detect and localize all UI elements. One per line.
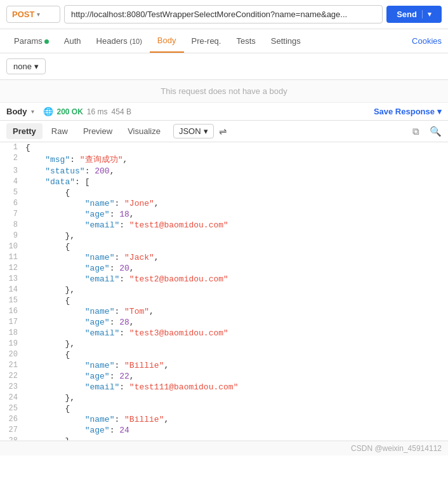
line-number: 7 bbox=[0, 209, 23, 220]
send-label: Send bbox=[397, 10, 417, 19]
line-number: 2 bbox=[0, 153, 23, 166]
line-number: 19 bbox=[0, 339, 23, 349]
line-code: "age": 22, bbox=[23, 371, 448, 382]
line-code: { bbox=[23, 349, 448, 360]
save-response-button[interactable]: Save Response ▾ bbox=[374, 107, 442, 116]
tab-tests[interactable]: Tests bbox=[228, 30, 263, 52]
line-number: 3 bbox=[0, 166, 23, 177]
request-tabs: Params Auth Headers (10) Body Pre-req. T… bbox=[0, 29, 448, 53]
line-number: 15 bbox=[0, 295, 23, 306]
table-row: 18 "email": "test3@baomidou.com" bbox=[0, 328, 448, 339]
response-status: 200 OK bbox=[57, 107, 83, 116]
line-number: 27 bbox=[0, 425, 23, 436]
line-code: "name": "Tom", bbox=[23, 306, 448, 317]
table-row: 20 { bbox=[0, 349, 448, 360]
table-row: 5 { bbox=[0, 187, 448, 198]
line-code: }, bbox=[23, 285, 448, 295]
line-number: 28 bbox=[0, 436, 23, 441]
line-code: { bbox=[23, 241, 448, 252]
line-number: 22 bbox=[0, 371, 23, 382]
response-time: 16 ms bbox=[87, 107, 108, 116]
code-area[interactable]: 1{2 "msg": "查询成功",3 "status": 200,4 "dat… bbox=[0, 142, 448, 441]
line-code: "name": "Jone", bbox=[23, 198, 448, 209]
line-code: "age": 20, bbox=[23, 263, 448, 274]
line-code: "age": 28, bbox=[23, 317, 448, 328]
cookies-link[interactable]: Cookies bbox=[412, 30, 442, 52]
line-number: 20 bbox=[0, 349, 23, 360]
fmt-tab-preview[interactable]: Preview bbox=[77, 123, 119, 139]
table-row: 16 "name": "Tom", bbox=[0, 306, 448, 317]
table-row: 25 { bbox=[0, 403, 448, 414]
line-code: }, bbox=[23, 231, 448, 241]
code-table: 1{2 "msg": "查询成功",3 "status": 200,4 "dat… bbox=[0, 142, 448, 441]
line-code: { bbox=[23, 295, 448, 306]
line-code: "name": "Billie", bbox=[23, 360, 448, 371]
line-number: 5 bbox=[0, 187, 23, 198]
table-row: 26 "name": "Billie", bbox=[0, 414, 448, 425]
params-dot bbox=[44, 39, 49, 44]
fmt-tab-pretty[interactable]: Pretty bbox=[6, 123, 43, 139]
table-row: 11 "name": "Jack", bbox=[0, 252, 448, 263]
tab-body[interactable]: Body bbox=[150, 29, 184, 53]
table-row: 23 "email": "test111@baomidou.com" bbox=[0, 382, 448, 393]
search-icon[interactable]: 🔍 bbox=[430, 126, 442, 137]
table-row: 19 }, bbox=[0, 339, 448, 349]
table-row: 1{ bbox=[0, 142, 448, 153]
tab-params[interactable]: Params bbox=[6, 30, 56, 52]
fmt-tab-raw[interactable]: Raw bbox=[45, 123, 74, 139]
line-code: }, bbox=[23, 339, 448, 349]
table-row: 17 "age": 28, bbox=[0, 317, 448, 328]
json-format-chevron-icon: ▾ bbox=[204, 126, 208, 136]
tab-settings[interactable]: Settings bbox=[263, 30, 308, 52]
wrap-icon[interactable]: ⇌ bbox=[219, 126, 227, 137]
line-number: 8 bbox=[0, 220, 23, 231]
send-button[interactable]: Send ▾ bbox=[386, 6, 442, 23]
line-number: 17 bbox=[0, 317, 23, 328]
json-format-select[interactable]: JSON ▾ bbox=[173, 124, 214, 138]
line-number: 4 bbox=[0, 177, 23, 187]
line-code: { bbox=[23, 187, 448, 198]
method-select[interactable]: POST ▾ bbox=[6, 6, 60, 23]
save-response-chevron-icon: ▾ bbox=[437, 107, 442, 116]
table-row: 7 "age": 18, bbox=[0, 209, 448, 220]
table-row: 21 "name": "Billie", bbox=[0, 360, 448, 371]
table-row: 13 "email": "test2@baomidou.com" bbox=[0, 274, 448, 285]
line-code: } bbox=[23, 436, 448, 441]
body-type-select[interactable]: none ▾ bbox=[6, 58, 46, 74]
table-row: 8 "email": "test1@baomidou.com" bbox=[0, 220, 448, 231]
url-input[interactable] bbox=[64, 5, 383, 24]
footer: CSDN @weixin_45914112 bbox=[0, 441, 448, 455]
table-row: 6 "name": "Jone", bbox=[0, 198, 448, 209]
line-number: 9 bbox=[0, 231, 23, 241]
response-size: 454 B bbox=[112, 107, 131, 116]
top-bar: POST ▾ Send ▾ bbox=[0, 0, 448, 29]
tab-prereq[interactable]: Pre-req. bbox=[184, 30, 229, 52]
line-number: 6 bbox=[0, 198, 23, 209]
line-code: "email": "test111@baomidou.com" bbox=[23, 382, 448, 393]
line-number: 12 bbox=[0, 263, 23, 274]
copy-icon[interactable]: ⧉ bbox=[412, 126, 419, 137]
table-row: 9 }, bbox=[0, 231, 448, 241]
format-tabs-row: Pretty Raw Preview Visualize JSON ▾ ⇌ ⧉ … bbox=[0, 121, 448, 142]
line-code: "email": "test2@baomidou.com" bbox=[23, 274, 448, 285]
line-number: 10 bbox=[0, 241, 23, 252]
method-label: POST bbox=[12, 10, 34, 19]
table-row: 15 { bbox=[0, 295, 448, 306]
tab-auth[interactable]: Auth bbox=[56, 30, 89, 52]
table-row: 12 "age": 20, bbox=[0, 263, 448, 274]
line-code: "msg": "查询成功", bbox=[23, 153, 448, 166]
line-code: "name": "Billie", bbox=[23, 414, 448, 425]
table-row: 24 }, bbox=[0, 393, 448, 403]
response-body-label: Body bbox=[6, 107, 27, 116]
fmt-tab-visualize[interactable]: Visualize bbox=[121, 123, 167, 139]
table-row: 14 }, bbox=[0, 285, 448, 295]
table-row: 22 "age": 22, bbox=[0, 371, 448, 382]
watermark: CSDN @weixin_45914112 bbox=[351, 444, 442, 453]
line-number: 21 bbox=[0, 360, 23, 371]
no-body-message: This request does not have a body bbox=[0, 80, 448, 103]
tab-headers[interactable]: Headers (10) bbox=[89, 30, 150, 52]
body-type-chevron-icon: ▾ bbox=[34, 62, 39, 71]
line-number: 16 bbox=[0, 306, 23, 317]
method-chevron-icon: ▾ bbox=[37, 11, 40, 18]
table-row: 3 "status": 200, bbox=[0, 166, 448, 177]
